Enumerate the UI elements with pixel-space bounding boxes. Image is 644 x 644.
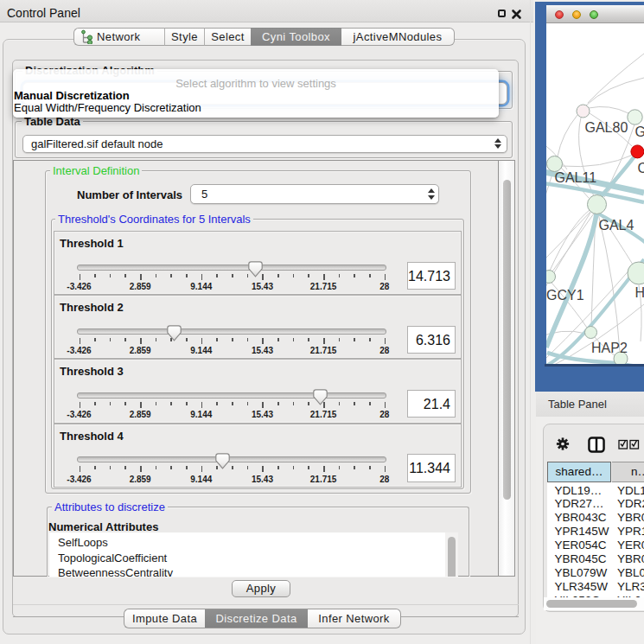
- svg-text:GCY1: GCY1: [546, 288, 584, 303]
- svg-text:GA: GA: [635, 124, 644, 139]
- svg-text:HAP2: HAP2: [591, 341, 628, 355]
- svg-text:H: H: [635, 285, 644, 300]
- svg-text:C: C: [638, 161, 644, 175]
- svg-text:GAL4: GAL4: [599, 218, 634, 233]
- svg-text:GAL80: GAL80: [585, 120, 628, 135]
- svg-text:GAL11: GAL11: [555, 170, 597, 185]
